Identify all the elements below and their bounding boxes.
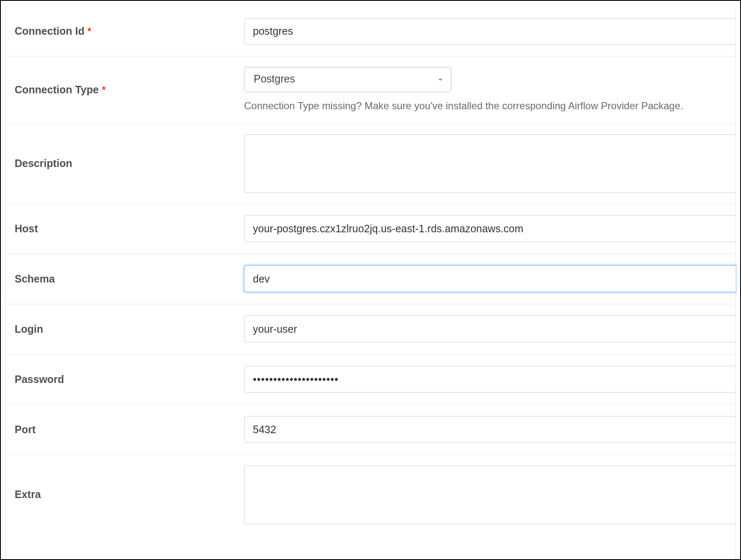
input-col bbox=[244, 465, 736, 524]
row-password: Password bbox=[5, 354, 736, 405]
input-col bbox=[244, 134, 736, 193]
label-col: Password bbox=[5, 373, 244, 385]
input-col bbox=[244, 316, 736, 342]
password-label: Password bbox=[15, 373, 64, 385]
row-port: Port bbox=[5, 405, 736, 455]
login-input[interactable] bbox=[244, 316, 736, 342]
label-col: Connection Id * bbox=[5, 25, 244, 37]
form-inner: Connection Id * Connection Type * Postgr… bbox=[5, 6, 736, 560]
connection-type-help: Connection Type missing? Make sure you'v… bbox=[244, 99, 736, 113]
description-label: Description bbox=[15, 157, 72, 169]
connection-form: Connection Id * Connection Type * Postgr… bbox=[0, 0, 741, 560]
row-connection-type: Connection Type * Postgres Connection Ty… bbox=[5, 57, 736, 124]
schema-input[interactable] bbox=[244, 265, 736, 292]
label-col: Description bbox=[5, 157, 244, 170]
extra-label: Extra bbox=[15, 488, 41, 500]
port-input[interactable] bbox=[244, 416, 736, 443]
input-col bbox=[244, 18, 736, 45]
schema-label: Schema bbox=[15, 273, 55, 285]
host-label: Host bbox=[15, 223, 38, 234]
connection-type-select[interactable]: Postgres bbox=[244, 67, 451, 92]
connection-id-input[interactable] bbox=[244, 18, 736, 45]
host-input[interactable] bbox=[244, 215, 736, 242]
connection-id-label: Connection Id bbox=[15, 25, 85, 37]
label-col: Schema bbox=[5, 273, 244, 285]
port-label: Port bbox=[15, 424, 36, 435]
label-col: Port bbox=[5, 424, 244, 436]
row-connection-id: Connection Id * bbox=[5, 6, 736, 57]
label-col: Host bbox=[5, 223, 244, 235]
input-col bbox=[244, 215, 736, 242]
row-host: Host bbox=[5, 204, 736, 254]
select-wrapper: Postgres bbox=[244, 67, 451, 92]
label-col: Extra bbox=[5, 488, 244, 501]
row-extra: Extra bbox=[5, 455, 736, 534]
input-col bbox=[244, 366, 736, 393]
label-col: Connection Type * bbox=[5, 84, 244, 96]
required-asterisk: * bbox=[87, 26, 91, 37]
required-asterisk: * bbox=[102, 85, 105, 95]
connection-type-label: Connection Type bbox=[15, 84, 99, 95]
input-col bbox=[244, 265, 736, 292]
label-col: Login bbox=[5, 323, 244, 335]
input-col: Postgres Connection Type missing? Make s… bbox=[244, 67, 736, 113]
row-login: Login bbox=[5, 304, 736, 354]
extra-input[interactable] bbox=[244, 465, 736, 524]
row-description: Description bbox=[5, 124, 736, 204]
row-schema: Schema bbox=[5, 254, 736, 304]
input-col bbox=[244, 416, 736, 443]
login-label: Login bbox=[15, 323, 43, 335]
description-input[interactable] bbox=[244, 134, 736, 193]
password-input[interactable] bbox=[244, 366, 736, 393]
